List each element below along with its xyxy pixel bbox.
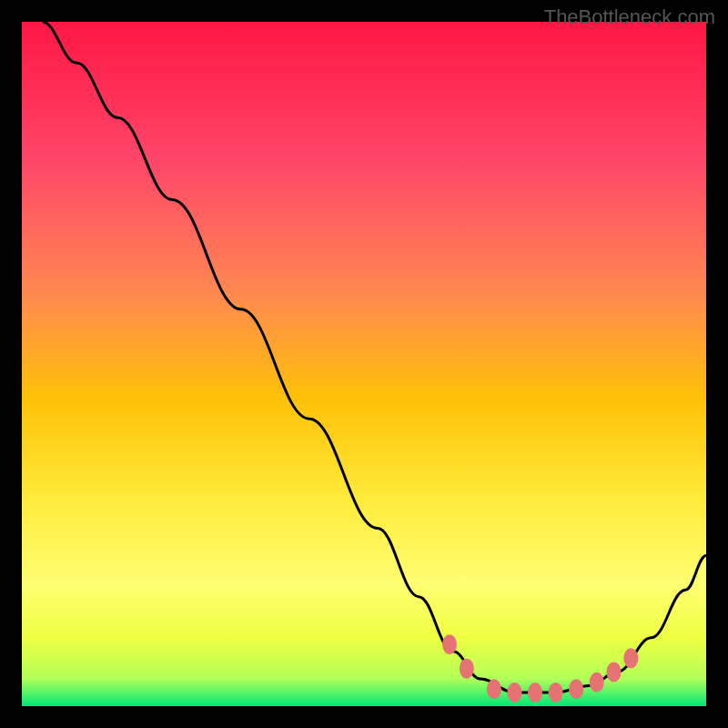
curve-marker <box>507 682 521 703</box>
curve-marker <box>549 682 563 703</box>
plot-area <box>22 22 706 706</box>
curve-marker <box>590 672 604 693</box>
curve-marker <box>606 662 621 682</box>
watermark-text: TheBottleneck.com <box>544 5 715 29</box>
curve-markers <box>442 634 638 703</box>
curve-marker <box>623 648 638 668</box>
bottleneck-curve <box>43 22 706 693</box>
curve-marker <box>442 634 457 654</box>
curve-marker <box>487 679 501 699</box>
curve-marker <box>528 682 542 703</box>
curve-layer <box>22 22 706 706</box>
curve-marker <box>569 679 583 699</box>
curve-marker <box>460 659 474 679</box>
